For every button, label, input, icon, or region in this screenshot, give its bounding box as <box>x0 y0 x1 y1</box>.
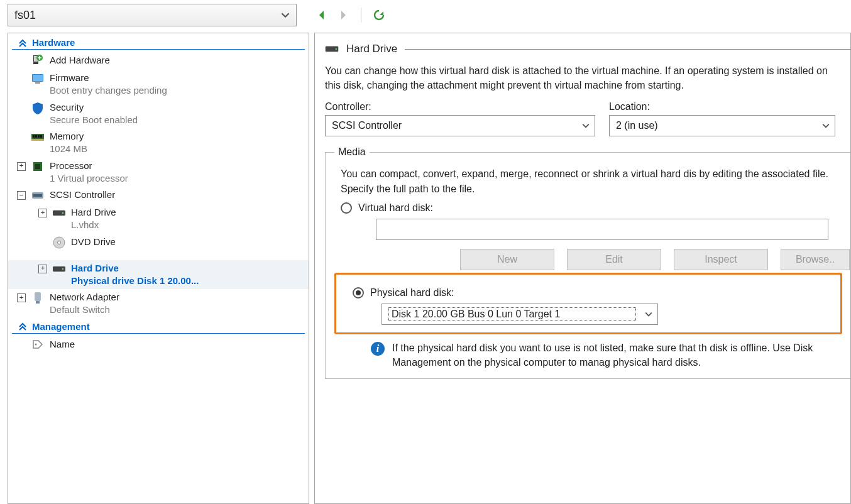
tree-item-label: Name <box>50 338 75 351</box>
controller-select[interactable]: SCSI Controller <box>325 115 595 136</box>
tree-item-scsi[interactable]: − SCSI Controller <box>8 187 309 204</box>
tag-icon <box>31 338 45 352</box>
svg-point-20 <box>58 241 61 244</box>
tree-item-label: Processor <box>50 160 128 172</box>
cpu-icon <box>31 160 45 173</box>
location-label: Location: <box>609 101 850 112</box>
refresh-icon[interactable] <box>373 9 385 21</box>
new-button: New <box>460 249 554 270</box>
tree-item-label: SCSI Controller <box>50 189 115 201</box>
tree-item-network[interactable]: + Network Adapter Default Switch <box>8 289 309 319</box>
highlight-annotation: Physical hard disk: Disk 1 20.00 GB Bus … <box>334 273 842 334</box>
tree-item-sublabel: 1 Virtual processor <box>50 172 128 185</box>
tree-item-label: Hard Drive <box>71 206 116 219</box>
disc-icon <box>52 236 66 249</box>
tree-item-add-hardware[interactable]: Add Hardware <box>8 52 309 70</box>
monitor-icon <box>31 72 45 85</box>
collapse-icon <box>18 38 27 47</box>
location-select[interactable]: 2 (in use) <box>609 115 835 136</box>
info-text: If the physical hard disk you want to us… <box>392 341 850 370</box>
controller-icon <box>31 189 45 202</box>
tree-item-harddrive-2[interactable]: + Hard Drive Physical drive Disk 1 20.00… <box>8 260 309 290</box>
svg-rect-13 <box>35 164 40 169</box>
settings-detail-pane: Hard Drive You can change how this virtu… <box>314 33 851 504</box>
tree-item-label: Hard Drive <box>71 262 199 275</box>
chevron-down-icon <box>645 310 652 318</box>
info-icon: i <box>371 342 385 356</box>
svg-rect-25 <box>36 301 40 304</box>
tree-item-sublabel: Physical drive Disk 1 20.00... <box>71 275 199 287</box>
chevron-down-icon <box>281 11 290 19</box>
management-category-label: Management <box>32 321 90 332</box>
edit-button: Edit <box>567 249 661 270</box>
tree-item-label: Security <box>50 101 138 114</box>
svg-rect-7 <box>33 135 35 138</box>
expand-icon[interactable]: + <box>38 265 47 273</box>
hardware-category-label: Hardware <box>32 37 75 48</box>
location-value: 2 (in use) <box>616 120 658 131</box>
back-icon[interactable] <box>316 9 328 21</box>
chevron-down-icon <box>822 122 830 129</box>
harddrive-icon <box>52 262 66 276</box>
tree-item-sublabel: Default Switch <box>50 304 119 316</box>
svg-rect-4 <box>33 75 43 81</box>
add-hardware-icon <box>31 54 45 68</box>
expand-icon[interactable]: + <box>17 162 26 171</box>
shield-icon <box>31 101 45 115</box>
svg-point-26 <box>35 343 37 345</box>
tree-item-label: Memory <box>50 130 87 143</box>
svg-rect-9 <box>38 135 40 138</box>
expand-icon[interactable]: + <box>38 209 47 217</box>
radio-icon <box>341 202 352 214</box>
phys-radio-label: Physical hard disk: <box>370 287 454 299</box>
media-legend: Media <box>334 146 370 158</box>
media-fieldset: Media You can compact, convert, expand, … <box>325 146 851 379</box>
physical-hard-disk-radio[interactable]: Physical hard disk: <box>353 287 837 299</box>
virtual-hard-disk-radio[interactable]: Virtual hard disk: <box>341 202 850 214</box>
chevron-down-icon <box>582 122 590 129</box>
browse-button: Browse.. <box>781 249 850 270</box>
svg-rect-11 <box>31 139 44 141</box>
svg-point-29 <box>336 48 337 50</box>
network-adapter-icon <box>31 291 45 305</box>
collapse-icon <box>18 322 27 331</box>
tree-item-processor[interactable]: + Processor 1 Virtual processor <box>8 158 309 187</box>
svg-rect-8 <box>35 135 37 138</box>
intro-text: You can change how this virtual hard dis… <box>325 63 840 92</box>
harddrive-icon <box>52 206 66 220</box>
management-category[interactable]: Management <box>12 319 305 334</box>
collapse-node-icon[interactable]: − <box>17 191 26 200</box>
svg-rect-10 <box>40 135 42 138</box>
expand-icon[interactable]: + <box>17 293 26 302</box>
svg-rect-15 <box>33 194 42 197</box>
section-title: Hard Drive <box>346 43 397 55</box>
controller-value: SCSI Controller <box>332 120 402 131</box>
hardware-category[interactable]: Hardware <box>12 35 305 50</box>
physical-disk-value: Disk 1 20.00 GB Bus 0 Lun 0 Target 1 <box>388 307 636 321</box>
tree-item-label: Network Adapter <box>50 291 119 304</box>
svg-point-18 <box>62 212 64 214</box>
tree-item-label: Add Hardware <box>50 54 110 67</box>
tree-item-label: Firmware <box>50 72 167 84</box>
tree-item-label: DVD Drive <box>71 236 116 248</box>
memory-icon <box>31 130 45 144</box>
media-intro-text: You can compact, convert, expand, merge,… <box>341 167 850 195</box>
settings-tree[interactable]: Hardware Add Hardware <box>8 33 309 504</box>
svg-rect-5 <box>35 82 40 84</box>
physical-disk-select[interactable]: Disk 1 20.00 GB Bus 0 Lun 0 Target 1 <box>382 304 658 325</box>
toolbar-divider <box>361 8 361 23</box>
controller-label: Controller: <box>325 101 595 112</box>
tree-item-harddrive-1[interactable]: + Hard Drive L.vhdx <box>8 204 309 234</box>
tree-item-dvd[interactable]: DVD Drive <box>8 234 309 251</box>
tree-item-security[interactable]: Security Secure Boot enabled <box>8 99 309 129</box>
harddrive-icon <box>325 42 339 56</box>
tree-item-sublabel: 1024 MB <box>50 143 87 155</box>
tree-item-name[interactable]: Name <box>8 336 309 354</box>
vhd-path-input[interactable] <box>376 219 828 240</box>
inspect-button: Inspect <box>674 249 768 270</box>
svg-point-23 <box>62 268 64 270</box>
vm-selector-dropdown[interactable]: fs01 <box>8 4 297 26</box>
forward-icon <box>337 9 349 21</box>
tree-item-memory[interactable]: Memory 1024 MB <box>8 128 309 158</box>
tree-item-firmware[interactable]: Firmware Boot entry changes pending <box>8 70 309 99</box>
